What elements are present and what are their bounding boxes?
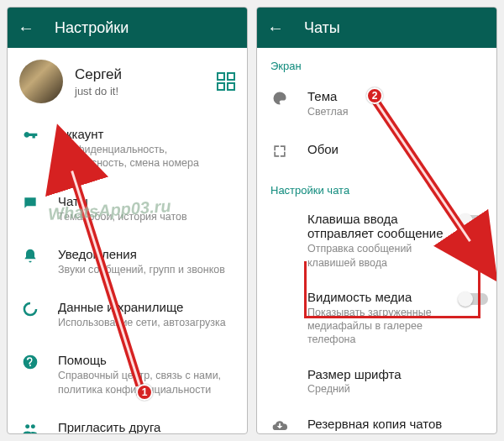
cloud-icon [270,417,289,434]
profile-row[interactable]: Сергей just do it! [8,48,247,115]
setting-backup[interactable]: Резервная копия чатов [257,405,496,434]
item-sub: Конфиденциальность, безопасность, смена … [58,143,234,171]
qr-icon[interactable] [217,72,235,91]
settings-screen: ← Настройки Сергей just do it! Аккаунт К… [7,7,248,434]
item-title: Размер шрифта [307,367,483,381]
section-chat: Настройки чата [257,172,496,202]
app-header: ← Чаты [257,8,496,48]
avatar [19,60,63,103]
setting-theme[interactable]: Тема Светлая [257,77,496,130]
app-header: ← Настройки [8,8,247,48]
wallpaper-icon [270,142,289,160]
settings-item-invite[interactable]: Пригласить друга [8,408,247,433]
section-display: Экран [257,48,496,77]
settings-item-notifications[interactable]: Уведомления Звуки сообщений, групп и зво… [8,235,247,288]
back-icon[interactable]: ← [267,19,284,36]
key-icon [21,127,39,145]
item-title: Пригласить друга [58,420,234,433]
item-title: Уведомления [58,247,234,261]
toggle-sub: Отправка сообщений клавишей ввода [307,242,451,270]
profile-status: just do it! [75,85,205,97]
item-title: Чаты [58,194,234,208]
item-sub: Тема, обои, история чатов [58,210,234,223]
setting-media-visibility[interactable]: Видимость медиа Показывать загруженные м… [257,280,496,357]
item-sub: Светлая [307,105,483,118]
setting-font-size[interactable]: Размер шрифта Средний [257,357,496,405]
item-sub: Звуки сообщений, групп и звонков [58,263,234,276]
chat-icon [21,194,39,213]
chats-settings-screen: ← Чаты Экран Тема Светлая Обои Настройки… [256,7,497,434]
header-title: Чаты [304,19,340,37]
bell-icon [21,247,39,265]
item-sub: Использование сети, автозагрузка [58,316,234,329]
help-icon [21,353,39,371]
item-title: Тема [307,89,483,103]
toggle-title: Видимость медиа [307,290,451,304]
toggle-switch[interactable] [459,215,488,227]
header-title: Настройки [55,19,129,37]
item-title: Данные и хранилище [58,300,234,314]
settings-item-chats[interactable]: Чаты Тема, обои, история чатов [8,182,247,235]
toggle-switch[interactable] [459,293,488,305]
setting-wallpaper[interactable]: Обои [257,130,496,172]
settings-item-help[interactable]: Помощь Справочный центр, связь с нами, п… [8,341,247,408]
toggle-title: Клавиша ввода отправляет сообщение [307,212,451,240]
item-title: Обои [307,142,483,156]
theme-icon [270,89,289,108]
settings-item-data[interactable]: Данные и хранилище Использование сети, а… [8,288,247,341]
people-icon [21,420,39,433]
item-sub: Средний [307,383,483,395]
settings-item-account[interactable]: Аккаунт Конфиденциальность, безопасность… [8,115,247,182]
item-title: Аккаунт [58,127,234,141]
toggle-sub: Показывать загруженные медиафайлы в гале… [307,306,451,347]
item-sub: Справочный центр, связь с нами, политика… [58,369,234,396]
back-icon[interactable]: ← [18,19,34,36]
profile-name: Сергей [75,66,205,83]
item-title: Помощь [58,353,234,367]
item-title: Резервная копия чатов [307,417,483,431]
data-icon [21,300,39,318]
setting-enter-send[interactable]: Клавиша ввода отправляет сообщение Отпра… [257,202,496,280]
